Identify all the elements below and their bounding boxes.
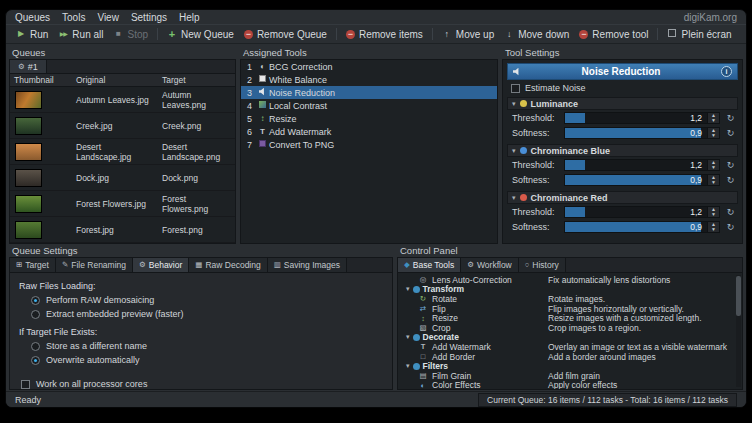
spin-arrows[interactable]: ▲▼ <box>707 113 719 123</box>
tree-item-lens-auto-correction[interactable]: ◎ Lens Auto-Correction Fix automatically… <box>398 275 742 285</box>
statusbar: Ready Current Queue: 16 items / 112 task… <box>6 391 746 407</box>
group-luminance-header[interactable]: ▾ Luminance <box>507 97 738 110</box>
reset-icon[interactable]: ↻ <box>724 160 737 170</box>
cores-checkbox[interactable] <box>21 380 30 389</box>
threshold-slider[interactable]: 1,2 ▲▼ <box>564 112 720 124</box>
reset-icon[interactable]: ↻ <box>724 128 737 138</box>
scrollbar-thumb[interactable] <box>736 276 741 316</box>
group-chrominance-blue-header[interactable]: ▾ Chrominance Blue <box>507 144 738 157</box>
queue-tab-1[interactable]: ⚙ #1 <box>10 60 47 73</box>
tab-workflow[interactable]: ⚙ Workflow <box>461 258 519 272</box>
tab-base-tools[interactable]: ◆ Base Tools <box>398 258 461 272</box>
queue-row[interactable]: Autumn Leaves.jpg Autumn Leaves.png <box>10 87 235 113</box>
threshold-slider[interactable]: 1,2 ▲▼ <box>564 206 720 218</box>
menu-queues[interactable]: Queues <box>15 12 50 23</box>
tab-saving-images[interactable]: ▥ Saving Images <box>268 258 347 272</box>
target-filename: Dock.png <box>158 173 235 183</box>
move-down-button[interactable]: ↓ Move down <box>499 28 574 41</box>
threshold-row: Threshold: 1,2 ▲▼ ↻ <box>507 204 738 219</box>
column-original[interactable]: Original <box>72 74 158 86</box>
toolbar-separator <box>336 28 337 40</box>
run-all-button[interactable]: ▶▶ Run all <box>53 28 108 41</box>
menu-view[interactable]: View <box>97 12 119 23</box>
tree-item-crop[interactable]: ▧ Crop Crop images to a region. <box>398 323 742 333</box>
stop-button[interactable]: ■ Stop <box>109 28 154 41</box>
tab-target[interactable]: ⊞ Target <box>10 258 56 272</box>
tool-row-white-balance[interactable]: 2 White Balance <box>241 73 497 86</box>
queue-row[interactable]: Creek.jpg Creek.png <box>10 113 235 139</box>
menu-settings[interactable]: Settings <box>131 12 167 23</box>
tree-group-transform[interactable]: ▾ Transform <box>398 285 742 295</box>
spin-arrows[interactable]: ▲▼ <box>707 175 719 185</box>
info-icon[interactable]: i <box>721 66 732 77</box>
radio-selected[interactable] <box>31 356 40 365</box>
tool-row-local-contrast[interactable]: 4 Local Contrast <box>241 99 497 112</box>
tool-row-bcg-correction[interactable]: 1 ◐ BCG Correction <box>241 60 497 73</box>
tree-item-rotate[interactable]: ↻ Rotate Rotate images. <box>398 294 742 304</box>
option-extract-embedded-preview[interactable]: Extract embedded preview (faster) <box>31 309 383 319</box>
column-target[interactable]: Target <box>158 74 235 86</box>
softness-slider[interactable]: 0,9 ▲▼ <box>564 127 720 139</box>
spin-arrows[interactable]: ▲▼ <box>707 128 719 138</box>
option-store-different-name[interactable]: Store as a different name <box>31 341 383 351</box>
option-work-all-cores[interactable]: Work on all processor cores <box>21 379 383 389</box>
tree-item-resize[interactable]: ↕ Resize Resize images with a customized… <box>398 313 742 323</box>
group-chrominance-red-header[interactable]: ▾ Chrominance Red <box>507 191 738 204</box>
tree-group-filters[interactable]: ▾ Filters <box>398 361 742 371</box>
target-filename: Desert Landscape.png <box>158 142 235 162</box>
reset-icon[interactable]: ↻ <box>724 175 737 185</box>
option-perform-raw-demosaicing[interactable]: Perform RAW demosaicing <box>31 295 383 305</box>
reset-icon[interactable]: ↻ <box>724 222 737 232</box>
tool-row-convert-to-png[interactable]: 7 Convert To PNG <box>241 138 497 151</box>
radio-selected[interactable] <box>31 296 40 305</box>
queue-row[interactable]: Forest.jpg Forest.png <box>10 217 235 243</box>
tab-file-renaming[interactable]: ✎ File Renaming <box>56 258 133 272</box>
resize-icon: ↕ <box>418 314 428 323</box>
queue-row[interactable]: Forest Flowers.jpg Forest Flowers.png <box>10 191 235 217</box>
tool-row-add-watermark[interactable]: 6 T Add Watermark <box>241 125 497 138</box>
column-thumbnail[interactable]: Thumbnail <box>10 74 72 86</box>
queue-row[interactable]: Dock.jpg Dock.png <box>10 165 235 191</box>
remove-queue-button[interactable]: − Remove Queue <box>239 28 332 41</box>
tool-row-resize[interactable]: 5 ↕ Resize <box>241 112 497 125</box>
radio[interactable] <box>31 310 40 319</box>
tab-behavior[interactable]: ⚙ Behavior <box>133 258 189 272</box>
tab-raw-decoding[interactable]: ▦ Raw Decoding <box>189 258 267 272</box>
spin-arrows[interactable]: ▲▼ <box>707 207 719 217</box>
softness-slider[interactable]: 0,9 ▲▼ <box>564 174 720 186</box>
threshold-slider[interactable]: 1,2 ▲▼ <box>564 159 720 171</box>
target-icon: ⊞ <box>16 260 22 270</box>
softness-slider[interactable]: 0,9 ▲▼ <box>564 221 720 233</box>
new-queue-button[interactable]: + New Queue <box>162 28 239 41</box>
tab-history[interactable]: ○ History <box>519 258 566 272</box>
tree-item-color-effects[interactable]: ◐ Color Effects Apply color effects <box>398 381 742 389</box>
move-down-icon: ↓ <box>504 29 514 39</box>
option-overwrite-automatically[interactable]: Overwrite automatically <box>31 355 383 365</box>
target-filename: Forest.png <box>158 225 235 235</box>
radio[interactable] <box>31 342 40 351</box>
scrollbar[interactable] <box>736 275 741 387</box>
remove-items-button[interactable]: − Remove items <box>341 28 428 41</box>
behavior-settings: Raw Files Loading: Perform RAW demosaici… <box>10 273 392 390</box>
remove-tool-button[interactable]: − Remove tool <box>574 28 653 41</box>
move-up-button[interactable]: ↑ Move up <box>437 28 499 41</box>
queue-row[interactable]: Desert Landscape.jpg Desert Landscape.pn… <box>10 139 235 165</box>
tree-item-flip[interactable]: ⇄ Flip Flip images horizontally or verti… <box>398 304 742 314</box>
run-button[interactable]: ▶ Run <box>11 28 53 41</box>
tree-item-film-grain[interactable]: ▤ Film Grain Add film grain <box>398 371 742 381</box>
spin-arrows[interactable]: ▲▼ <box>707 222 719 232</box>
raw-icon: ▦ <box>195 260 202 270</box>
reset-icon[interactable]: ↻ <box>724 113 737 123</box>
tree-group-decorate[interactable]: ▾ Decorate <box>398 333 742 343</box>
tree-item-add-border[interactable]: □ Add Border Add a border around images <box>398 352 742 362</box>
menu-tools[interactable]: Tools <box>62 12 85 23</box>
estimate-noise-checkbox[interactable] <box>511 84 520 93</box>
fullscreen-button[interactable]: Plein écran <box>662 28 736 41</box>
tool-row-noise-reduction[interactable]: 3 Noise Reduction <box>241 86 497 99</box>
tree-item-add-watermark[interactable]: T Add Watermark Overlay an image or text… <box>398 342 742 352</box>
estimate-noise-row[interactable]: Estimate Noise <box>511 83 734 93</box>
chevron-down-icon: ▾ <box>512 100 516 108</box>
spin-arrows[interactable]: ▲▼ <box>707 160 719 170</box>
reset-icon[interactable]: ↻ <box>724 207 737 217</box>
menu-help[interactable]: Help <box>179 12 200 23</box>
